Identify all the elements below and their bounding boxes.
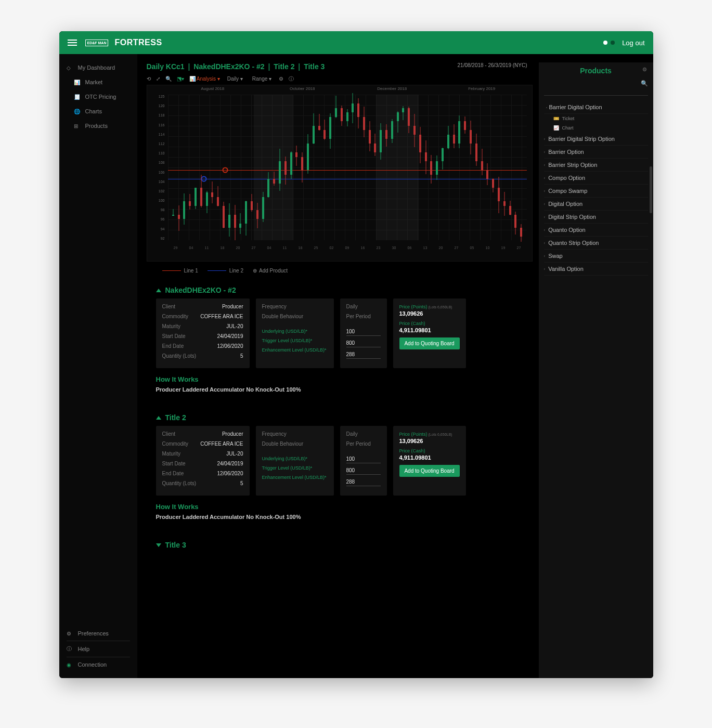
- sidebar-item-dashboard[interactable]: ◇ My Dashboard: [59, 60, 137, 75]
- x-tick: 02: [324, 246, 340, 250]
- product-item-quanto-option[interactable]: ‹Quanto Option: [544, 224, 648, 237]
- chart-type-dropdown[interactable]: ⬔▾: [177, 76, 184, 82]
- enhancement-input[interactable]: 288: [346, 352, 381, 359]
- values-card: DailyPer Period100800288: [340, 426, 387, 496]
- y-tick: 106: [150, 171, 165, 174]
- date-range: 21/08/2018 - 26/3/2019 (NYC): [458, 62, 527, 68]
- y-tick: 116: [150, 123, 165, 127]
- section-title-text: Title 3: [165, 541, 186, 549]
- section-toggle-1[interactable]: Title 2: [156, 413, 533, 422]
- product-sub-ticket[interactable]: 🎫Ticket: [544, 114, 648, 123]
- field-value: Per Period: [346, 441, 381, 447]
- field-label: Commodity: [162, 314, 189, 319]
- product-item-swap[interactable]: ‹Swap: [544, 250, 648, 263]
- x-tick: 13: [418, 246, 433, 250]
- product-item-barrier-digital-option[interactable]: ˅Barrier Digital Option: [544, 101, 648, 114]
- product-item-barrier-option[interactable]: ‹Barrier Option: [544, 146, 648, 159]
- y-tick: 94: [150, 227, 165, 231]
- sidebar-item-charts[interactable]: 🌐Charts: [59, 104, 137, 119]
- product-item-digital-strip-option[interactable]: ‹Digital Strip Option: [544, 211, 648, 224]
- chevron-icon: ‹: [544, 150, 546, 154]
- analysis-dropdown[interactable]: 📊 Analysis ▾: [189, 76, 220, 82]
- field-label: Client: [162, 304, 176, 309]
- product-sub-chart[interactable]: 📈Chart: [544, 123, 648, 133]
- field-value: 24/04/2019: [217, 461, 243, 466]
- product-item-quanto-strip-option[interactable]: ‹Quanto Strip Option: [544, 237, 648, 250]
- behaviour-card: FrequencyDouble BehaviourUnderlying (USD…: [256, 426, 334, 496]
- y-tick: 125: [150, 95, 165, 98]
- field-label: Underlying (USD/LB)*: [262, 456, 328, 461]
- legend-line1[interactable]: Line 1: [162, 268, 198, 274]
- price-card: Price (Points)(Lots 6,650LB)13,09626Pric…: [393, 426, 466, 496]
- add-to-quoting-button[interactable]: Add to Quoting Board: [399, 337, 460, 349]
- sidebar-item-connection[interactable]: ◉ Connection: [59, 657, 137, 672]
- zoom-icon[interactable]: 🔍: [165, 76, 172, 82]
- sidebar-item-products[interactable]: ⊞Products: [59, 119, 137, 133]
- settings-icon[interactable]: ⚙: [279, 76, 283, 82]
- field-label: Double Behaviour: [262, 314, 328, 319]
- scrollbar[interactable]: [650, 166, 652, 213]
- price-card: Price (Points)(Lots 6,650LB)13,09626Pric…: [393, 298, 466, 368]
- maximize-icon[interactable]: ⤢: [156, 76, 160, 82]
- section-toggle-2[interactable]: Title 3: [156, 541, 533, 549]
- products-settings-icon[interactable]: ⚙: [642, 67, 647, 72]
- price-cash-label: Price (Cash): [399, 321, 460, 326]
- frequency-dropdown[interactable]: Daily ▾: [225, 75, 245, 83]
- field-value: COFFEE ARA ICE: [200, 314, 243, 319]
- x-tick: 20: [230, 246, 246, 250]
- sidebar-item-market[interactable]: 📊Market: [59, 75, 137, 89]
- products-search-input[interactable]: [544, 87, 648, 93]
- logout-button[interactable]: Log out: [622, 39, 644, 47]
- range-dropdown[interactable]: Range ▾: [250, 75, 274, 83]
- product-item-compo-option[interactable]: ‹Compo Option: [544, 172, 648, 185]
- trigger-input[interactable]: 800: [346, 467, 381, 475]
- price-cash-value: 4,911.09801: [399, 327, 460, 333]
- add-to-quoting-button[interactable]: Add to Quoting Board: [399, 465, 460, 477]
- product-label: Barrier Option: [548, 149, 584, 155]
- chevron-icon: ˅: [542, 106, 547, 108]
- product-item-digital-option[interactable]: ‹Digital Option: [544, 198, 648, 211]
- product-label: Compo Swamp: [548, 188, 587, 194]
- menu-button[interactable]: [68, 40, 77, 46]
- info-icon[interactable]: ⓘ: [289, 75, 294, 83]
- breadcrumb-item[interactable]: Title 2: [274, 62, 294, 71]
- trigger-input[interactable]: 800: [346, 340, 381, 347]
- product-item-barrier-strip-option[interactable]: ‹Barrier Strip Option: [544, 159, 648, 172]
- sidebar-item-preferences[interactable]: ⚙ Preferences: [59, 626, 137, 641]
- product-label: Barrier Strip Option: [548, 162, 597, 168]
- field-value: 12/06/2020: [217, 471, 243, 476]
- sidebar-item-help[interactable]: ⓘ Help: [59, 641, 137, 657]
- y-tick: 108: [150, 161, 165, 164]
- y-tick: 104: [150, 180, 165, 184]
- x-tick: 23: [371, 246, 386, 250]
- product-item-vanilla-option[interactable]: ‹Vanilla Option: [544, 263, 648, 276]
- underlying-input[interactable]: 100: [346, 329, 381, 336]
- enhancement-input[interactable]: 288: [346, 479, 381, 486]
- add-product-button[interactable]: ⊕Add Product: [253, 268, 288, 274]
- breadcrumb-item[interactable]: Daily KCc1: [147, 62, 185, 71]
- breadcrumb-item[interactable]: Title 3: [304, 62, 325, 71]
- y-tick: 112: [150, 142, 165, 146]
- breadcrumb-item[interactable]: NakedDHEx2KO - #2: [193, 62, 264, 71]
- x-tick: 04: [262, 246, 277, 250]
- how-it-works-desc: Producer Laddered Accumulator No Knock-O…: [156, 514, 533, 520]
- field-label: Frequency: [262, 431, 328, 437]
- how-it-works-title: How It Works: [156, 375, 533, 383]
- candlestick-chart[interactable]: August 2018October 2018December 2018Febr…: [147, 85, 533, 262]
- y-tick: 114: [150, 133, 165, 136]
- legend-line2[interactable]: Line 2: [208, 268, 243, 274]
- section-toggle-0[interactable]: NakedDHEx2KO - #2: [156, 286, 533, 294]
- user-icon: ◇: [67, 65, 73, 71]
- y-tick: 96: [150, 217, 165, 221]
- refresh-icon[interactable]: ⟲: [147, 76, 151, 82]
- search-icon[interactable]: 🔍: [641, 80, 648, 87]
- product-label: Digital Option: [548, 201, 582, 207]
- x-tick: 18: [293, 246, 308, 250]
- field-value: Producer: [222, 431, 243, 437]
- x-tick: 05: [464, 246, 480, 250]
- sidebar-item-otc-pricing[interactable]: 🧾OTC Pricing: [59, 89, 137, 104]
- product-item-compo-swamp[interactable]: ‹Compo Swamp: [544, 185, 648, 198]
- product-item-barrier-digital-strip-option[interactable]: ‹Barrier Digital Strip Option: [544, 133, 648, 146]
- section-title-text: NakedDHEx2KO - #2: [165, 286, 236, 294]
- underlying-input[interactable]: 100: [346, 456, 381, 463]
